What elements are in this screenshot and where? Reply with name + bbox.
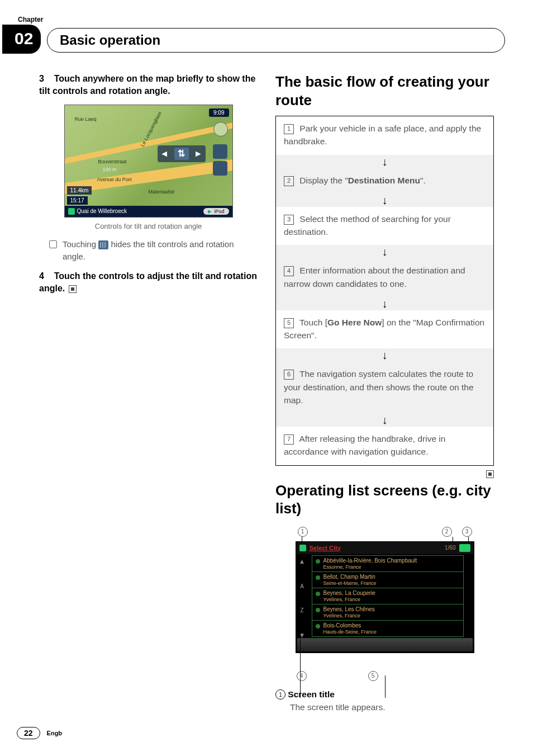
down-arrow-icon: ↓ xyxy=(276,193,493,207)
page-number: 22 xyxy=(17,727,40,739)
flow-text: Park your vehicle in a safe place, and a… xyxy=(284,124,481,146)
down-arrow-icon: ↓ xyxy=(276,348,493,362)
flow-step-7: 7 After releasing the handbrake, drive i… xyxy=(276,427,493,465)
callout-1: 1 xyxy=(298,527,308,537)
callouts-bottom: 4 5 xyxy=(296,653,474,681)
step-3-heading: 3 Touch anywhere on the map briefly to s… xyxy=(39,73,258,98)
end-section-icon xyxy=(69,285,77,293)
list-item: Beynes, La CouperieYvelines, France xyxy=(312,588,463,604)
map-screenshot: Rue Laeq Le Locquenghien Bouverstraat Av… xyxy=(64,105,233,218)
flow-text: Touch [ xyxy=(299,318,327,327)
route-icon xyxy=(68,208,75,215)
list-item: Bellot, Champ MartinSeine-et-Marne, Fran… xyxy=(312,572,463,588)
current-road-label: Quai de Willebroeck xyxy=(77,208,127,214)
map-road xyxy=(64,116,233,167)
list-rows: Abbéville-la-Rivière, Bois ChampbaultEss… xyxy=(312,555,464,637)
list-item-line2: Yvelines, France xyxy=(323,613,361,618)
flow-step-2: 2 Display the "Destination Menu". xyxy=(276,168,493,193)
flow-text: The navigation system calculates the rou… xyxy=(284,369,474,405)
street-label: Materiaalstr xyxy=(149,189,175,195)
list-screens-heading: Operating list screens (e.g. city list) xyxy=(275,481,494,518)
flow-num: 1 xyxy=(284,124,294,134)
page-footer: 22 Engb xyxy=(17,727,62,739)
eta-badge: 15:17 xyxy=(67,196,88,205)
list-item-line1: Beynes, La Couperie xyxy=(323,590,375,596)
flow-step-1: 1 Park your vehicle in a safe place, and… xyxy=(276,116,493,155)
hide-controls-icon xyxy=(98,240,108,249)
chapter-number-badge: 02 xyxy=(2,25,41,54)
callout-3: 3 xyxy=(462,527,472,537)
down-arrow-icon: ↓ xyxy=(276,413,493,427)
map-side-icons xyxy=(210,142,230,178)
callout-desc-label: Screen title xyxy=(288,689,335,699)
list-item-line2: Seine-et-Marne, France xyxy=(323,580,377,586)
flow-step-4: 4 Enter information about the destinatio… xyxy=(276,258,493,297)
chapter-title: Basic operation xyxy=(47,28,505,53)
list-item: Beynes, Les ChênesYvelines, France xyxy=(312,604,463,621)
back-icon xyxy=(459,544,470,552)
time-badge: 9:09 xyxy=(209,108,229,117)
street-label: Avenue du Port xyxy=(97,177,132,182)
language-code: Engb xyxy=(47,730,63,736)
flow-text: ". xyxy=(420,176,426,185)
flow-text: Display the " xyxy=(299,176,348,185)
down-arrow-icon: ↓ xyxy=(276,297,493,310)
poi-dot-icon xyxy=(316,559,320,564)
keyboard-bar xyxy=(297,638,473,651)
map-bottom-bar: Quai de Willebroeck ▶ iPod xyxy=(65,206,232,217)
down-arrow-icon: ↓ xyxy=(276,155,493,168)
tilt-rotation-controls: ◄ ⇅ ► xyxy=(158,145,206,162)
list-item: Bois-ColombesHauts-de-Seine, France xyxy=(312,621,463,636)
note-text-prefix: Touching xyxy=(63,239,98,249)
street-label: Rue Laeq xyxy=(75,116,97,122)
az-indicator: Z xyxy=(300,607,303,613)
poi-dot-icon xyxy=(316,624,320,629)
step-4-number: 4 xyxy=(39,271,44,281)
down-arrow-icon: ↓ xyxy=(276,245,493,258)
list-item-line1: Bellot, Champ Martin xyxy=(323,574,375,580)
step-4-heading: 4 Touch the controls to adjust the tilt … xyxy=(39,270,258,295)
street-label: Bouverstraat xyxy=(98,159,127,164)
list-figure: 1 2 3 Select City 1/60 xyxy=(296,527,474,681)
list-item-line2: Hauts-de-Seine, France xyxy=(323,629,377,635)
ipod-badge: ▶ iPod xyxy=(203,208,229,215)
list-item-line2: Yvelines, France xyxy=(323,597,361,602)
tilt-center-icon: ⇅ xyxy=(174,148,189,160)
flow-heading: The basic flow of creating your route xyxy=(275,73,494,109)
callout-5: 5 xyxy=(368,671,378,681)
note-row: Touching hides the tilt controls and rot… xyxy=(49,238,258,263)
flow-num: 5 xyxy=(284,318,294,328)
note-bullet-icon xyxy=(49,240,57,248)
list-screenshot: Select City 1/60 ▲ A Z ▼ Abbéville-la-Ri… xyxy=(296,541,474,653)
callout-2: 2 xyxy=(442,527,452,537)
callouts-top: 1 2 3 xyxy=(296,527,474,538)
flow-step-6: 6 The navigation system calculates the r… xyxy=(276,362,493,413)
flow-num: 7 xyxy=(284,434,294,445)
play-icon: ▶ xyxy=(208,209,212,214)
flow-num: 2 xyxy=(284,176,294,186)
list-title: Select City xyxy=(310,545,341,551)
poi-dot-icon xyxy=(316,575,320,580)
flow-text: After releasing the handbrake, drive in … xyxy=(284,434,445,456)
list-item: Abbéville-la-Rivière, Bois ChampbaultEss… xyxy=(312,556,463,572)
map-tool-icon xyxy=(213,161,227,176)
step-3-number: 3 xyxy=(39,74,44,83)
poi-dot-icon xyxy=(316,592,320,596)
ipod-label: iPod xyxy=(214,209,224,214)
az-indicator: A xyxy=(300,583,304,589)
flow-num: 6 xyxy=(284,370,294,380)
list-item-line2: Essonne, France xyxy=(323,564,361,570)
list-item-line1: Bois-Colombes xyxy=(323,622,361,629)
map-tool-icon xyxy=(213,144,227,159)
scale-label: 150 m xyxy=(103,167,117,172)
poi-dot-icon xyxy=(316,608,320,612)
list-header: Select City 1/60 xyxy=(296,542,474,554)
flow-num: 3 xyxy=(284,215,294,225)
tilt-right-icon: ► xyxy=(194,149,203,159)
figure-caption: Controls for tilt and rotation angle xyxy=(39,222,258,230)
scroll-up-icon: ▲ xyxy=(299,557,306,565)
callout-desc-num: 1 xyxy=(275,689,285,700)
right-column: The basic flow of creating your route 1 … xyxy=(275,73,494,706)
callout-desc-body: The screen title appears. xyxy=(290,701,494,714)
chapter-label: Chapter xyxy=(18,16,43,23)
